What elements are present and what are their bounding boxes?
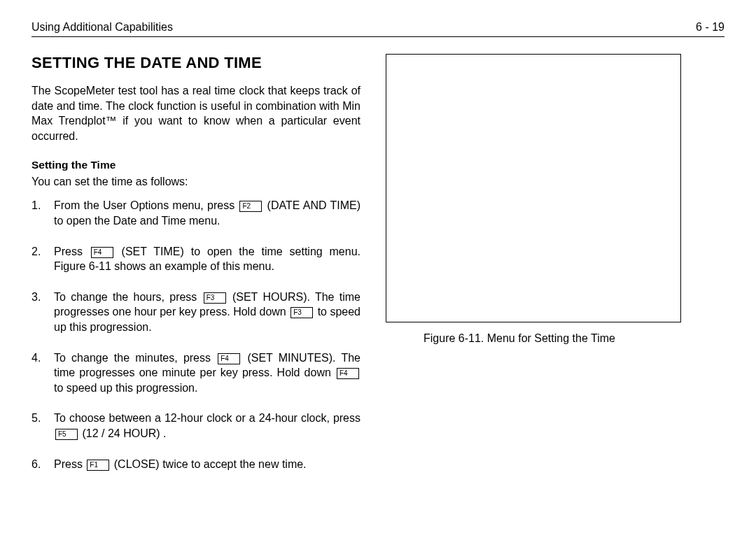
- key-f3: F3: [204, 292, 226, 304]
- page-header: Using Additional Capabilities 6 - 19: [31, 21, 724, 34]
- left-column: SETTING THE DATE AND TIME The ScopeMeter…: [31, 50, 360, 487]
- key-f3: F3: [290, 307, 313, 318]
- lead-sentence: You can set the time as follows:: [31, 176, 360, 188]
- key-f5: F5: [55, 429, 78, 440]
- key-f4: F4: [337, 368, 359, 379]
- subsection-heading: Setting the Time: [31, 159, 360, 171]
- key-f4: F4: [91, 247, 113, 258]
- right-column: Figure 6-11. Menu for Setting the Time: [386, 50, 724, 487]
- figure-placeholder: [386, 54, 681, 322]
- figure-caption: Figure 6-11. Menu for Setting the Time: [386, 332, 724, 345]
- step-3: To change the hours, press F3 (SET HOURS…: [31, 290, 360, 335]
- intro-paragraph: The ScopeMeter test tool has a real time…: [31, 83, 360, 143]
- key-f2: F2: [239, 201, 262, 212]
- key-f1: F1: [87, 460, 109, 471]
- step-5: To choose between a 12-hour clock or a 2…: [31, 411, 360, 441]
- step-2: Press F4 (SET TIME) to open the time set…: [31, 244, 360, 274]
- key-f4: F4: [218, 353, 240, 364]
- step-4: To change the minutes, press F4 (SET MIN…: [31, 350, 360, 396]
- header-rule: [31, 36, 724, 37]
- step-6: Press F1 (CLOSE) twice to accept the new…: [31, 457, 360, 472]
- header-left: Using Additional Capabilities: [31, 21, 173, 34]
- header-right: 6 - 19: [696, 21, 724, 34]
- step-1: From the User Options menu, press F2 (DA…: [31, 198, 360, 228]
- section-heading: SETTING THE DATE AND TIME: [31, 54, 360, 72]
- steps-list: From the User Options menu, press F2 (DA…: [31, 198, 360, 471]
